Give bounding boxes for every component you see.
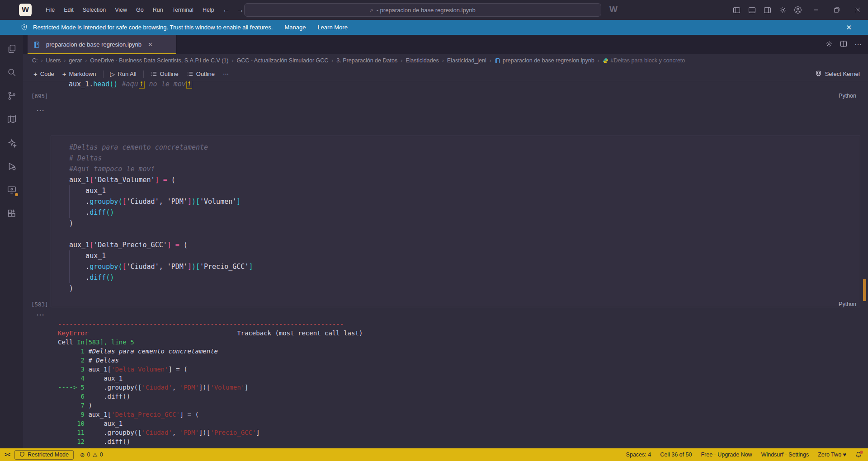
execution-count: [695] <box>31 93 48 99</box>
run-all-icon: ▷ <box>110 71 115 78</box>
close-window-button[interactable] <box>847 0 868 20</box>
notebook-icon <box>33 41 40 48</box>
tab-close-icon[interactable]: ✕ <box>148 41 153 48</box>
breadcrumb-item[interactable]: 3. Preparación de Datos <box>336 57 397 64</box>
menu-help[interactable]: Help <box>198 5 218 15</box>
manage-link[interactable]: Manage <box>284 24 306 31</box>
breadcrumb-item[interactable]: gerar <box>69 57 82 64</box>
add-markdown-cell-button[interactable]: +Markdown <box>58 68 100 80</box>
app-logo-icon: W <box>19 4 32 16</box>
minimize-button[interactable] <box>806 0 826 20</box>
account-icon[interactable] <box>790 0 806 20</box>
menu-edit[interactable]: Edit <box>60 5 78 15</box>
breadcrumb-item[interactable]: Elasticidad_jeni <box>447 57 486 64</box>
restore-button[interactable] <box>826 0 847 20</box>
menu-run[interactable]: Run <box>149 5 167 15</box>
execution-count: [583] <box>31 301 48 308</box>
collapsed-output-indicator[interactable]: ··· <box>37 107 45 114</box>
previous-cell-code[interactable]: aux_1.head() #aquí no le moví <box>69 81 193 89</box>
settings-gear-icon[interactable] <box>775 0 790 20</box>
menu-file[interactable]: File <box>42 5 59 15</box>
select-kernel-label: Select Kernel <box>825 71 860 77</box>
notebook-toolbar: +Code +Markdown ▷Run All Outline Outline… <box>23 67 868 81</box>
notebook-editor: aux_1.head() #aquí no le moví [695] Pyth… <box>23 81 868 448</box>
banner-close-icon[interactable]: ✕ <box>846 24 852 32</box>
breadcrumb: C:› Users› gerar› OneDrive - Business Da… <box>23 54 868 67</box>
activity-bar <box>0 35 23 448</box>
toggle-sidebar-icon[interactable] <box>729 0 744 20</box>
outline-button-2[interactable]: Outline <box>183 69 219 79</box>
scrollbar-marker[interactable] <box>863 279 866 301</box>
upgrade-status[interactable]: Free - Upgrade Now <box>701 452 752 458</box>
source-control-icon[interactable] <box>3 87 20 104</box>
kernel-icon <box>815 70 822 78</box>
errors-count: 0 <box>87 452 90 458</box>
breadcrumb-separator: › <box>401 57 402 64</box>
add-markdown-label: Markdown <box>69 71 96 77</box>
explorer-icon[interactable] <box>3 40 20 57</box>
remote-indicator[interactable]: >< <box>0 452 14 458</box>
breadcrumb-item[interactable]: Users <box>46 57 61 64</box>
breadcrumb-item-symbol[interactable]: #Deltas para block y concreto <box>611 57 685 64</box>
search-icon[interactable] <box>3 64 20 81</box>
tab-notebook[interactable]: preparacion de base regresion.ipynb ✕ <box>28 35 177 54</box>
breadcrumb-item[interactable]: C: <box>32 57 38 64</box>
collapsed-output-indicator[interactable]: ··· <box>37 311 45 319</box>
nav-forward-icon[interactable]: → <box>236 5 244 14</box>
theme-status[interactable]: Zero Two ♥ <box>818 452 846 458</box>
menu-view[interactable]: View <box>111 5 131 15</box>
menu-selection[interactable]: Selection <box>79 5 110 15</box>
cell-position-status[interactable]: Cell 36 of 50 <box>660 452 692 458</box>
run-all-button[interactable]: ▷Run All <box>106 69 141 80</box>
outline-label: Outline <box>160 71 179 77</box>
notification-dot <box>860 451 863 454</box>
outline-button-1[interactable]: Outline <box>146 69 183 79</box>
toggle-panel-icon[interactable] <box>744 0 760 20</box>
toolbar-divider <box>103 71 104 78</box>
add-code-cell-button[interactable]: +Code <box>29 68 58 80</box>
breadcrumb-separator: › <box>64 57 66 64</box>
problems-counts[interactable]: ⊘ 0 ⚠ 0 <box>80 452 103 458</box>
breadcrumb-separator: › <box>490 57 491 64</box>
toggle-secondary-sidebar-icon[interactable] <box>760 0 775 20</box>
outline-list-icon <box>187 71 193 77</box>
learn-more-link[interactable]: Learn More <box>317 24 347 31</box>
editor-more-actions-icon[interactable]: ⋯ <box>854 40 862 49</box>
breadcrumb-item[interactable]: OneDrive - Business Data Scientists, S.A… <box>90 57 228 64</box>
restricted-mode-label: Restricted Mode <box>28 452 69 458</box>
restricted-mode-badge[interactable]: Restricted Mode <box>14 450 74 460</box>
cell-language-picker[interactable]: Python <box>839 93 856 99</box>
shield-icon <box>19 452 25 458</box>
windsurf-settings-status[interactable]: Windsurf - Settings <box>761 452 809 458</box>
breadcrumb-item[interactable]: Elasticidades <box>406 57 439 64</box>
command-search-input[interactable]: ⌕ - preparacion de base regresion.ipynb <box>244 3 601 17</box>
notifications-bell-icon[interactable] <box>855 452 862 458</box>
error-traceback-output: ----------------------------------------… <box>58 320 363 448</box>
search-icon: ⌕ <box>370 6 373 14</box>
menu-terminal[interactable]: Terminal <box>168 5 198 15</box>
notebook-settings-gear-icon[interactable] <box>826 40 833 49</box>
cell-code[interactable]: #Deltas para cemento concretamente# Delt… <box>69 142 253 294</box>
code-cell[interactable]: #Deltas para cemento concretamente# Delt… <box>51 136 860 307</box>
menu-go[interactable]: Go <box>132 5 148 15</box>
breadcrumb-separator: › <box>85 57 87 64</box>
breadcrumb-item-file[interactable]: preparacion de base regresion.ipynb <box>503 57 594 64</box>
nav-back-icon[interactable]: ← <box>222 5 230 14</box>
cascade-ai-icon[interactable] <box>3 134 20 151</box>
cell-language-picker[interactable]: Python <box>839 301 856 307</box>
extensions-icon[interactable] <box>3 205 20 222</box>
run-debug-icon[interactable] <box>3 158 20 175</box>
map-icon[interactable] <box>3 111 20 128</box>
breadcrumb-item[interactable]: GCC - Actualización Simulador GCC <box>236 57 328 64</box>
tab-title: preparacion de base regresion.ipynb <box>46 41 142 48</box>
toolbar-divider <box>143 71 144 78</box>
shield-icon <box>21 24 28 31</box>
status-bar: >< Restricted Mode ⊘ 0 ⚠ 0 Spaces: 4 Cel… <box>0 448 868 461</box>
plus-icon: + <box>62 70 66 78</box>
split-editor-icon[interactable] <box>840 40 847 49</box>
toolbar-more-button[interactable]: ⋯ <box>219 69 233 79</box>
indentation-status[interactable]: Spaces: 4 <box>626 452 651 458</box>
outline-label: Outline <box>196 71 215 77</box>
remote-explorer-icon[interactable] <box>3 181 20 198</box>
select-kernel-button[interactable]: Select Kernel <box>815 70 860 78</box>
